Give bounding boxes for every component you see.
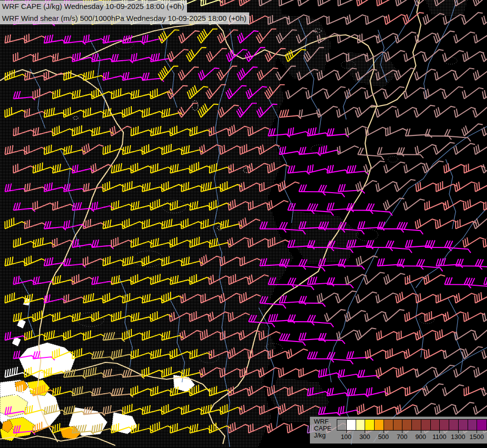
legend-color-cell [449, 420, 459, 430]
wind-shear-title: WRF Wind shear (m/s) 500/1000hPa Wednesd… [0, 12, 249, 24]
legend-color-cell [375, 420, 384, 430]
cape-title: WRF CAPE (J/kg) Wednesday 10-09-2025 18:… [0, 0, 187, 12]
legend-title-line1: WRF [314, 418, 337, 425]
legend-color-cell [393, 420, 403, 430]
legend-title: WRF CAPE J/kg [310, 417, 337, 439]
legend-color-cell [431, 420, 440, 430]
legend-color-cell [347, 420, 356, 430]
legend-color-cell [402, 420, 412, 430]
legend-color-cell [459, 420, 468, 430]
legend-color-cell [356, 420, 366, 430]
wrf-map-app: WRF CAPE (J/kg) Wednesday 10-09-2025 18:… [0, 0, 487, 448]
legend-color-cell [440, 420, 449, 430]
cape-legend: WRF CAPE J/kg 10030050070090011001300150… [310, 417, 487, 444]
legend-color-cell [468, 420, 478, 430]
legend-colorbar [337, 419, 487, 431]
legend-title-line3: J/kg [314, 432, 337, 439]
map-canvas [0, 0, 487, 448]
map-title-overlay: WRF CAPE (J/kg) Wednesday 10-09-2025 18:… [0, 0, 249, 24]
legend-title-line2: CAPE [314, 425, 337, 432]
legend-color-cell [365, 420, 375, 430]
legend-color-cell [384, 420, 393, 430]
legend-color-cell [477, 420, 487, 430]
legend-color-cell [421, 420, 431, 430]
legend-tick-label: 1500 [466, 433, 487, 441]
legend-color-cell [337, 420, 347, 430]
legend-color-cell [412, 420, 421, 430]
legend-ticks: 100300500700900110013001500 [337, 431, 486, 443]
legend-colorbar-wrap: 100300500700900110013001500 [337, 419, 487, 443]
